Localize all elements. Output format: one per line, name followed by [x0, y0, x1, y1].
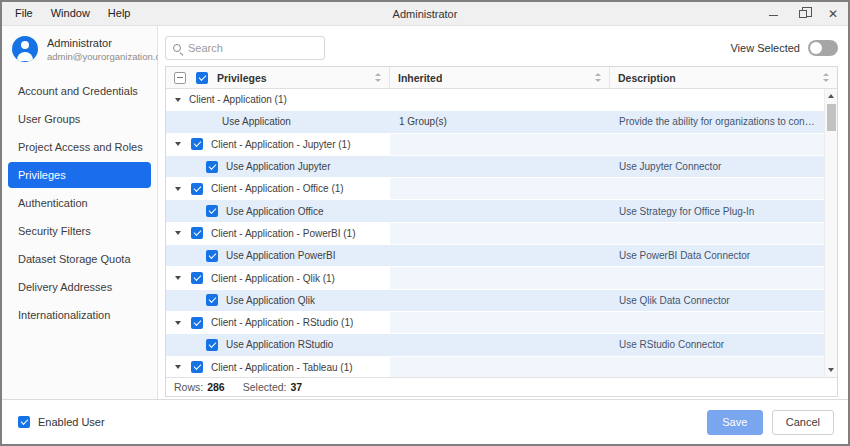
expander-icon[interactable]: [175, 365, 181, 369]
enabled-user-control: Enabled User: [18, 416, 105, 428]
select-all-checkbox[interactable]: [196, 72, 208, 84]
row-checkbox[interactable]: [206, 250, 218, 262]
privileges-cell: Use Application Qlik: [166, 290, 390, 311]
inherited-cell: [390, 156, 610, 177]
inherited-cell: [390, 223, 610, 244]
table-row[interactable]: Use Application QlikUse Qlik Data Connec…: [166, 290, 824, 312]
scroll-up-arrow[interactable]: [825, 90, 837, 102]
sidebar-item-security-filters[interactable]: Security Filters: [8, 218, 151, 244]
expander-icon[interactable]: [175, 321, 181, 325]
close-button[interactable]: ✕: [818, 2, 848, 25]
inherited-cell: [390, 200, 610, 221]
column-header-privileges[interactable]: Privileges: [166, 67, 390, 88]
scrollbar-thumb[interactable]: [827, 104, 836, 131]
description-cell: [610, 223, 824, 244]
privilege-label: Client - Application - RStudio (1): [211, 317, 353, 328]
app-body: Administrator admin@yourorganization.com…: [2, 26, 848, 399]
sidebar: Administrator admin@yourorganization.com…: [2, 26, 158, 399]
sidebar-item-delivery-addresses[interactable]: Delivery Addresses: [8, 274, 151, 300]
description-cell: Use RStudio Connector: [610, 334, 824, 355]
sidebar-item-user-groups[interactable]: User Groups: [8, 106, 151, 132]
rows-count-label: Rows:: [174, 381, 203, 393]
sidebar-item-dataset-storage-quota[interactable]: Dataset Storage Quota: [8, 246, 151, 272]
row-checkbox[interactable]: [191, 361, 203, 373]
inherited-cell: [390, 89, 610, 110]
column-header-inherited[interactable]: Inherited: [390, 67, 610, 88]
expander-icon[interactable]: [175, 142, 181, 146]
column-label: Privileges: [217, 72, 267, 84]
expander-icon[interactable]: [175, 276, 181, 280]
privilege-label: Client - Application (1): [189, 94, 287, 105]
search-box[interactable]: [165, 36, 325, 60]
privileges-cell: Use Application PowerBI: [166, 245, 390, 266]
table-row[interactable]: Use Application RStudioUse RStudio Conne…: [166, 334, 824, 356]
vertical-scrollbar[interactable]: [824, 89, 837, 377]
sidebar-item-project-access-and-roles[interactable]: Project Access and Roles: [8, 134, 151, 160]
table-group-row[interactable]: Client - Application - RStudio (1): [166, 312, 824, 334]
expander-icon[interactable]: [175, 98, 181, 102]
description-cell: Use Jupyter Connector: [610, 156, 824, 177]
table-footer: Rows: 286 Selected: 37: [166, 377, 837, 396]
table-group-row[interactable]: Client - Application - PowerBI (1): [166, 223, 824, 245]
main-content: View Selected Privileges Inherited: [158, 26, 848, 399]
row-checkbox[interactable]: [206, 205, 218, 217]
table-group-row[interactable]: Client - Application (1): [166, 89, 824, 111]
window-footer: Enabled User Save Cancel: [2, 399, 848, 444]
expander-icon[interactable]: [175, 231, 181, 235]
column-label: Inherited: [398, 72, 442, 84]
row-checkbox[interactable]: [191, 183, 203, 195]
scroll-down-arrow[interactable]: [825, 364, 837, 376]
table-row[interactable]: Use Application1 Group(s)Provide the abi…: [166, 111, 824, 133]
table-group-row[interactable]: Client - Application - Tableau (1): [166, 357, 824, 377]
row-checkbox[interactable]: [206, 339, 218, 351]
collapse-all-checkbox[interactable]: [174, 72, 186, 84]
inherited-cell: [390, 312, 610, 333]
privileges-cell: Use Application: [166, 111, 390, 132]
privileges-cell: Client - Application - RStudio (1): [166, 312, 390, 333]
user-email: admin@yourorganization.com: [47, 51, 173, 62]
menu-window[interactable]: Window: [42, 2, 99, 25]
minimize-button[interactable]: [758, 2, 788, 25]
sidebar-nav: Account and CredentialsUser GroupsProjec…: [2, 72, 157, 334]
search-input[interactable]: [188, 42, 308, 54]
sidebar-item-privileges[interactable]: Privileges: [8, 162, 151, 188]
row-checkbox[interactable]: [191, 227, 203, 239]
inherited-cell: [390, 245, 610, 266]
sidebar-item-internationalization[interactable]: Internationalization: [8, 302, 151, 328]
table-group-row[interactable]: Client - Application - Office (1): [166, 178, 824, 200]
table-row[interactable]: Use Application PowerBIUse PowerBI Data …: [166, 245, 824, 267]
expander-icon[interactable]: [175, 187, 181, 191]
menu-file[interactable]: File: [6, 2, 42, 25]
enabled-user-checkbox[interactable]: [18, 416, 30, 428]
table-body: Client - Application (1)Use Application1…: [166, 89, 837, 377]
column-header-description[interactable]: Description: [610, 67, 837, 88]
close-icon: ✕: [828, 8, 838, 20]
table-row[interactable]: Use Application OfficeUse Strategy for O…: [166, 200, 824, 222]
cancel-button[interactable]: Cancel: [772, 410, 834, 435]
row-checkbox[interactable]: [206, 161, 218, 173]
row-checkbox[interactable]: [191, 272, 203, 284]
privileges-cell: Client - Application - Office (1): [166, 178, 390, 199]
row-checkbox[interactable]: [206, 294, 218, 306]
menu-help[interactable]: Help: [99, 2, 140, 25]
sidebar-item-authentication[interactable]: Authentication: [8, 190, 151, 216]
table-group-row[interactable]: Client - Application - Qlik (1): [166, 267, 824, 289]
privilege-label: Client - Application - Jupyter (1): [211, 139, 351, 150]
selected-count-label: Selected:: [243, 381, 287, 393]
table-group-row[interactable]: Client - Application - Jupyter (1): [166, 134, 824, 156]
menu-bar: File Window Help: [2, 2, 139, 25]
description-value: Use RStudio Connector: [619, 339, 728, 350]
row-checkbox[interactable]: [191, 317, 203, 329]
view-selected-toggle[interactable]: [808, 40, 838, 56]
privilege-label: Client - Application - PowerBI (1): [211, 228, 356, 239]
view-selected-label: View Selected: [730, 42, 800, 54]
row-checkbox[interactable]: [191, 138, 203, 150]
table-row[interactable]: Use Application JupyterUse Jupyter Conne…: [166, 156, 824, 178]
inherited-cell: [390, 334, 610, 355]
description-cell: [610, 134, 824, 155]
sidebar-item-account-and-credentials[interactable]: Account and Credentials: [8, 78, 151, 104]
restore-button[interactable]: [788, 2, 818, 25]
user-block: Administrator admin@yourorganization.com: [2, 26, 157, 72]
save-button[interactable]: Save: [707, 410, 763, 435]
minimize-icon: [769, 15, 778, 17]
